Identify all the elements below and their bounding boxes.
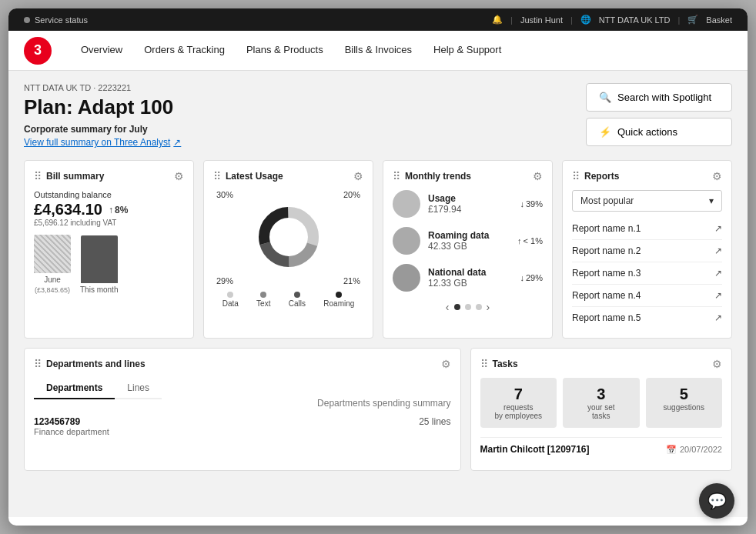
service-status-area: Service status [24, 15, 88, 25]
page-header: NTT DATA UK TD · 2223221 Plan: Adapt 100… [24, 83, 732, 148]
tab-lines[interactable]: Lines [115, 378, 162, 399]
report-item-2[interactable]: Report name n.2 ↗ [572, 240, 722, 262]
latest-usage-settings-icon[interactable]: ⚙ [353, 170, 363, 182]
report-item-5[interactable]: Report name n.5 ↗ [572, 307, 722, 329]
bill-summary-widget: ⠿ Bill summary ⚙ Outstanding balance £4,… [24, 160, 194, 339]
tasks-title: Tasks [493, 359, 518, 369]
external-link-icon: ↗ [173, 137, 181, 148]
trend-circle-national [393, 264, 420, 292]
reports-dropdown[interactable]: Most popular ▾ [572, 190, 722, 212]
nav-orders[interactable]: Orders & Tracking [133, 31, 236, 71]
trend-value-usage: £179.94 [428, 204, 512, 215]
report-item-4[interactable]: Report name n.4 ↗ [572, 285, 722, 307]
task-person-name: Martin Chilcott [1209716] [480, 444, 590, 455]
carousel-controls: ‹ › [393, 301, 543, 313]
report-name-2: Report name n.2 [572, 245, 641, 256]
task-suggestions-label: suggestions [652, 403, 717, 412]
notifications-icon[interactable]: 🔔 [492, 15, 503, 25]
trend-item-national: National data 12.33 GB ↓ 29% [393, 264, 543, 292]
task-suggestions-number: 5 [652, 385, 717, 403]
drag-handle-icon: ⠿ [393, 170, 400, 182]
task-yours-number: 3 [569, 385, 634, 403]
tab-departments[interactable]: Departments [34, 378, 115, 399]
carousel-prev[interactable]: ‹ [446, 301, 450, 313]
report-item-1[interactable]: Report name n.1 ↗ [572, 218, 722, 240]
company-label[interactable]: NTT DATA UK LTD [599, 15, 671, 25]
legend-calls: Calls [289, 292, 306, 308]
bottom-row: ⠿ Departments and lines ⚙ Departments Li… [24, 348, 732, 471]
bar-thismonth: This month [80, 235, 118, 294]
trend-value-roaming: 42.33 GB [428, 241, 510, 252]
dept-lines-1: 25 lines [419, 416, 450, 427]
legend-label-text: Text [256, 299, 270, 308]
quick-actions-button[interactable]: ⚡ Quick actions [586, 118, 732, 146]
reports-widget: ⠿ Reports ⚙ Most popular ▾ Report name n… [562, 160, 732, 339]
carousel-dot-2[interactable] [465, 304, 471, 310]
nav-bills[interactable]: Bills & Invoices [334, 31, 423, 71]
dept-items: 123456789 Finance department 25 lines [34, 409, 451, 444]
trend-value-national: 12.33 GB [428, 278, 512, 289]
amount-value: £4,634.10 [34, 201, 102, 219]
external-link-icon-4: ↗ [714, 290, 722, 301]
tasks-widget: ⠿ Tasks ⚙ 7 requestsby employees 3 your … [470, 348, 733, 471]
nav-bar: 3 Overview Orders & Tracking Plans & Pro… [8, 31, 748, 71]
brand-logo[interactable]: 3 [24, 37, 52, 65]
calendar-icon: 📅 [666, 445, 677, 455]
carousel-next[interactable]: › [487, 301, 490, 313]
donut-pct-bottomleft: 29% [216, 276, 233, 285]
legend-roaming: Roaming [323, 292, 354, 308]
chat-button[interactable]: 💬 [699, 483, 734, 519]
bar-thismonth-label: This month [80, 285, 118, 294]
task-stat-yours: 3 your settasks [563, 378, 640, 428]
trend-change-roaming: ↑ < 1% [517, 236, 543, 245]
bar-june: June (£3,845.65) [34, 235, 71, 294]
legend-label-data: Data [222, 299, 239, 308]
nav-overview[interactable]: Overview [70, 31, 133, 71]
reports-settings-icon[interactable]: ⚙ [712, 170, 722, 182]
view-analyst-link[interactable]: View full summary on Three Analyst ↗ [24, 137, 570, 148]
report-name-5: Report name n.5 [572, 312, 641, 323]
page-header-right: 🔍 Search with Spotlight ⚡ Quick actions [586, 83, 732, 146]
carousel-dot-3[interactable] [476, 304, 482, 310]
content-area: NTT DATA UK TD · 2223221 Plan: Adapt 100… [8, 71, 748, 517]
reports-header: ⠿ Reports ⚙ [572, 170, 722, 182]
basket-icon: 🛒 [687, 15, 698, 25]
tasks-settings-icon[interactable]: ⚙ [712, 358, 722, 370]
drag-handle-icon: ⠿ [34, 170, 42, 182]
donut-pct-topleft: 30% [216, 190, 233, 199]
page-title: Plan: Adapt 100 [24, 95, 570, 119]
trend-circle-roaming [393, 227, 420, 255]
legend-data: Data [222, 292, 239, 308]
top-bar-right: 🔔 | Justin Hunt | 🌐 NTT DATA UK LTD | 🛒 … [492, 15, 732, 25]
legend-dot-roaming [336, 292, 342, 298]
tasks-stats: 7 requestsby employees 3 your settasks 5… [480, 378, 723, 428]
task-requests-label: requestsby employees [487, 403, 551, 420]
monthly-trends-settings-icon[interactable]: ⚙ [533, 170, 543, 182]
basket-label[interactable]: Basket [706, 15, 732, 25]
outstanding-amount: £4,634.10 ↑ 8% [34, 201, 184, 219]
trend-circle-usage [393, 190, 420, 218]
bill-summary-title: Bill summary [46, 171, 104, 182]
legend: Data Text Calls [213, 292, 363, 308]
trend-change-usage: ↓ 39% [520, 199, 543, 209]
latest-usage-widget: ⠿ Latest Usage ⚙ 30% 20% [203, 160, 373, 339]
carousel-dot-1[interactable] [454, 304, 460, 310]
bar-thismonth-visual [81, 235, 118, 283]
bill-summary-settings-icon[interactable]: ⚙ [174, 170, 184, 182]
bill-summary-header: ⠿ Bill summary ⚙ [34, 170, 184, 182]
trend-label-national: National data [428, 267, 512, 278]
nav-links: Overview Orders & Tracking Plans & Produ… [70, 31, 512, 71]
legend-dot-calls [294, 292, 300, 298]
report-item-3[interactable]: Report name n.3 ↗ [572, 262, 722, 285]
user-label[interactable]: Justin Hunt [520, 15, 563, 25]
dept-tabs-row: Departments Lines Departments spending s… [34, 378, 451, 409]
corporate-summary: Corporate summary for July [24, 124, 570, 135]
nav-plans[interactable]: Plans & Products [236, 31, 334, 71]
top-bar: Service status 🔔 | Justin Hunt | 🌐 NTT D… [8, 8, 748, 31]
dept-summary-label: Departments spending summary [317, 393, 450, 409]
departments-settings-icon[interactable]: ⚙ [441, 358, 451, 370]
task-item-1[interactable]: Martin Chilcott [1209716] 📅 20/07/2022 [480, 437, 723, 461]
nav-help[interactable]: Help & Support [423, 31, 512, 71]
dept-tabs: Departments Lines [34, 378, 162, 399]
spotlight-button[interactable]: 🔍 Search with Spotlight [586, 83, 732, 112]
